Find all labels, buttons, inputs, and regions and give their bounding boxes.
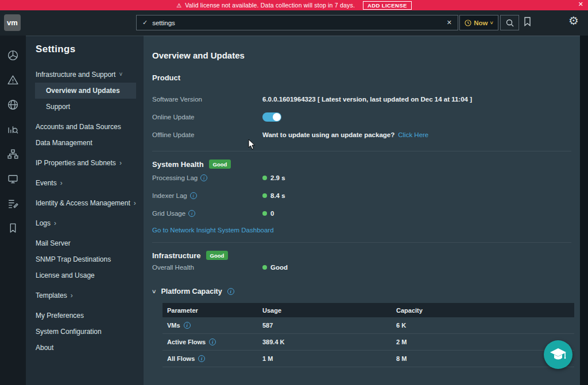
info-icon[interactable]: i xyxy=(198,355,205,362)
sidebar-item-label: About xyxy=(36,344,53,352)
section-divider xyxy=(152,242,571,243)
sidebar-item-snmp-trap-destinations[interactable]: SNMP Trap Destinations xyxy=(26,251,144,267)
dashboard-icon[interactable] xyxy=(7,49,19,61)
sidebar-item-label: Support xyxy=(46,103,70,111)
sidebar-item-license-and-usage[interactable]: License and Usage xyxy=(26,267,144,283)
product-section-heading: Product xyxy=(152,73,571,82)
time-range-label: Now xyxy=(474,20,488,26)
status-dot xyxy=(262,193,267,198)
vmware-logo[interactable]: vm xyxy=(4,14,21,31)
sidebar-item-accounts-and-data-sources[interactable]: Accounts and Data Sources xyxy=(26,119,144,135)
software-version-value: 6.0.0.1601964323 [ Latest version, last … xyxy=(262,96,472,103)
sidebar-title: Settings xyxy=(26,44,144,67)
row-usage: 389.4 K xyxy=(262,339,396,345)
info-icon[interactable]: i xyxy=(209,339,216,345)
sidebar-item-label: Templates xyxy=(36,291,67,300)
nav-icon-rail xyxy=(0,36,26,385)
sidebar-item-support[interactable]: Support xyxy=(26,99,144,115)
offline-update-click-here-link[interactable]: Click Here xyxy=(398,131,428,138)
system-dashboard-link[interactable]: Go to Network Insight System Dashboard xyxy=(152,227,274,234)
info-icon[interactable]: i xyxy=(188,210,195,217)
indexer-lag-row: Indexer Lag i 8.4 s xyxy=(152,186,571,204)
sidebar-item-logs[interactable]: Logs › xyxy=(26,215,144,231)
online-update-row: Online Update xyxy=(152,108,571,126)
collapse-chevron-icon[interactable]: ˅ xyxy=(152,288,156,295)
desktop-icon[interactable] xyxy=(7,173,19,185)
table-row: Active Flows i 389.4 K 2 M xyxy=(163,334,574,351)
add-license-button[interactable]: ADD LICENSE xyxy=(363,1,412,10)
status-dot xyxy=(262,176,267,180)
search-input[interactable]: ✓ settings ✕ xyxy=(136,15,458,30)
row-usage: 587 xyxy=(262,322,396,329)
page-title: Overview and Updates xyxy=(152,50,571,60)
sidebar-item-about[interactable]: About xyxy=(26,340,144,356)
bookmarks-button[interactable] xyxy=(524,17,531,29)
bookmark-icon xyxy=(524,17,531,26)
analytics-icon[interactable] xyxy=(7,123,19,135)
plan-edit-icon[interactable] xyxy=(7,197,19,209)
online-update-toggle[interactable] xyxy=(262,112,281,122)
row-capacity: 6 K xyxy=(396,322,574,329)
online-update-label: Online Update xyxy=(152,114,262,120)
infrastructure-title: Infrastructure xyxy=(152,251,201,260)
sidebar-item-events[interactable]: Events › xyxy=(26,175,144,191)
row-parameter: All Flows xyxy=(167,355,195,362)
platform-capacity-table: Parameter Usage Capacity VMs i 587 6 K A… xyxy=(163,303,574,367)
topology-icon[interactable] xyxy=(7,148,19,160)
sidebar-item-label: License and Usage xyxy=(36,271,95,279)
toggle-knob xyxy=(273,113,281,121)
learning-fab-button[interactable] xyxy=(544,340,572,369)
network-globe-icon[interactable] xyxy=(7,99,19,111)
sidebar-item-templates[interactable]: Templates › xyxy=(26,287,144,304)
info-icon[interactable]: i xyxy=(190,192,197,199)
sidebar-item-ip-properties-and-subnets[interactable]: IP Properties and Subnets › xyxy=(26,155,144,171)
indexer-lag-label: Indexer Lag xyxy=(152,192,187,199)
sidebar-item-my-preferences[interactable]: My Preferences xyxy=(26,308,144,324)
info-icon[interactable]: i xyxy=(184,322,191,329)
alerts-icon[interactable] xyxy=(7,74,19,86)
clock-icon xyxy=(465,20,471,26)
row-parameter: Active Flows xyxy=(167,339,206,345)
banner-close-icon[interactable]: ✕ xyxy=(578,1,583,8)
sidebar-item-system-configuration[interactable]: System Configuration xyxy=(26,324,144,340)
search-clear-icon[interactable]: ✕ xyxy=(447,19,452,26)
processing-lag-value: 2.9 s xyxy=(270,174,285,181)
status-dot xyxy=(262,211,267,216)
chevron-right-icon: › xyxy=(54,219,56,227)
sidebar-item-infrastructure-and-support[interactable]: Infrastructure and Support ˅ xyxy=(26,67,144,83)
main-content: Overview and Updates Product Software Ve… xyxy=(144,36,580,385)
overall-health-value: Good xyxy=(270,264,288,271)
processing-lag-label: Processing Lag xyxy=(152,174,198,181)
settings-gear-button[interactable]: ⚙ xyxy=(568,14,579,28)
sidebar-item-label: Identity & Access Management xyxy=(36,199,130,207)
sidebar-item-overview-and-updates[interactable]: Overview and Updates xyxy=(35,83,136,99)
info-icon[interactable]: i xyxy=(200,174,207,181)
search-icon xyxy=(505,18,514,28)
platform-capacity-header: ˅ Platform Capacity i xyxy=(152,287,571,295)
software-version-label: Software Version xyxy=(152,96,262,103)
grid-usage-value: 0 xyxy=(270,210,274,217)
system-health-heading: System Health Good xyxy=(152,160,571,169)
sidebar-item-label: Mail Server xyxy=(36,239,71,247)
grid-usage-label: Grid Usage xyxy=(152,210,185,217)
sidebar-item-identity-access-management[interactable]: Identity & Access Management › xyxy=(26,195,144,211)
row-usage: 1 M xyxy=(262,355,396,362)
chevron-down-icon: ˅ xyxy=(490,20,493,26)
saved-searches-icon[interactable] xyxy=(7,222,19,234)
top-nav: vm ✓ settings ✕ Now ˅ ⚙ xyxy=(0,10,588,36)
sidebar-item-label: SNMP Trap Destinations xyxy=(36,255,111,263)
sidebar-item-data-management[interactable]: Data Management xyxy=(26,135,144,151)
table-header-row: Parameter Usage Capacity xyxy=(163,303,574,317)
table-row: VMs i 587 6 K xyxy=(163,317,574,334)
warning-icon: ⚠ xyxy=(176,2,181,9)
time-range-dropdown[interactable]: Now ˅ xyxy=(459,15,498,30)
chevron-down-icon: ˅ xyxy=(119,71,122,79)
sidebar-item-mail-server[interactable]: Mail Server xyxy=(26,235,144,251)
offline-update-label: Offline Update xyxy=(152,131,262,138)
sidebar-item-label: Accounts and Data Sources xyxy=(36,123,121,131)
search-button[interactable] xyxy=(500,15,519,30)
graduation-cap-icon xyxy=(550,347,567,362)
settings-sidebar: Settings Infrastructure and Support ˅ Ov… xyxy=(26,36,144,385)
chevron-right-icon: › xyxy=(71,291,73,300)
info-icon[interactable]: i xyxy=(227,288,234,295)
